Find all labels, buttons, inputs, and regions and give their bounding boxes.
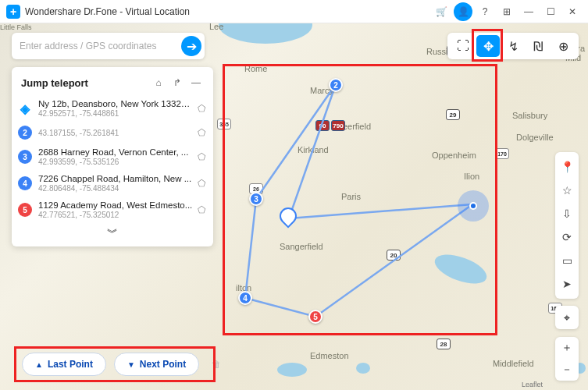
waypoint-3[interactable]: 3 [249,192,263,206]
search-box: ➔ [12,33,205,59]
route-item-name: 2688 Harney Road, Vernon Center, ... [38,147,194,157]
app-title: Wondershare Dr.Fone - Virtual Location [25,6,429,17]
feedback-icon[interactable]: ⊞ [497,2,516,21]
route-item[interactable]: 4 7226 Chappel Road, Hamilton, New ... 4… [12,170,213,197]
start-marker-icon[interactable] [276,204,300,228]
close-button[interactable]: ✕ [563,2,582,21]
search-input[interactable] [20,41,181,51]
panel-home-icon[interactable]: ⌂ [151,75,166,90]
favorite-toggle-icon[interactable]: ⬠ [198,178,205,189]
route-item-name: 1129 Academy Road, West Edmesto... [38,200,194,210]
app-icon: + [6,5,20,19]
route-item-coord: 42.952571, -75.448861 [38,109,194,118]
favorite-toggle-icon[interactable]: ⬠ [198,204,205,215]
road-shield-365: 365 [217,119,231,129]
city-label: Kirkland [298,145,329,154]
delete-route-icon[interactable]: 🗑 [212,359,221,370]
navigation-icon[interactable]: ➤ [557,274,577,294]
favorite-toggle-icon[interactable]: ⬠ [198,103,205,114]
route-item-name: Ny 12b, Deansboro, New York 13328, Un... [38,99,194,108]
route-item-name: 7226 Chappel Road, Hamilton, New ... [38,174,194,183]
city-label: Little Falls [0,23,32,31]
user-avatar-icon[interactable]: 👤 [454,2,472,21]
maximize-button[interactable]: ☐ [541,2,560,21]
waypoint-5[interactable]: 5 [308,310,323,324]
minimize-button[interactable]: — [519,2,538,21]
expand-list-button[interactable]: ︾ [12,223,213,240]
footer-buttons: ▲Last Point ▼Next Point 🗑 [22,353,221,376]
main-area: Lee Rome Russia Terra Mild Marcy Deerfie… [0,23,588,390]
city-label: Salisbury [512,111,547,120]
city-label: Ilion [464,172,479,181]
waypoint-4[interactable]: 4 [238,291,252,305]
city-label: Edmeston [310,351,349,360]
help-icon[interactable]: ? [476,2,494,21]
multi-stop-route-icon[interactable]: ₪ [526,35,550,57]
cart-icon[interactable]: 🛒 [432,2,451,21]
panel-collapse-icon[interactable]: — [188,75,204,90]
city-label: Rome [244,64,267,73]
teleport-panel: Jump teleport ⌂ ↱ — ◈ Ny 12b, Deansboro,… [12,67,213,246]
route-item[interactable]: 3 2688 Harney Road, Vernon Center, ... 4… [12,144,213,170]
locate-me-button[interactable]: ⌖ [555,306,579,329]
road-shield-28: 28 [437,339,451,349]
one-stop-route-icon[interactable]: ↯ [501,35,525,57]
panel-title: Jump teleport [21,77,148,89]
next-point-button[interactable]: ▼Next Point [114,353,199,376]
route-item[interactable]: 5 1129 Academy Road, West Edmesto... 42.… [12,197,213,223]
next-point-label: Next Point [140,359,186,370]
city-label: Sangerfield [280,242,323,251]
route-item[interactable]: ◈ Ny 12b, Deansboro, New York 13328, Un.… [12,95,213,122]
city-label: Lee [209,23,223,31]
favorite-icon[interactable]: ☆ [557,180,577,200]
waypoint-badge: 2 [18,126,32,140]
route-item-coord: 42.806484, -75.488434 [38,184,194,193]
history-icon[interactable]: ⟳ [557,227,577,247]
mode-toolbar: ⛶ ✥ ↯ ₪ ⊕ [447,33,579,59]
waypoint-badge: 3 [18,150,32,164]
waypoint-2[interactable]: 2 [329,78,343,92]
city-label: Dolgeville [516,133,554,142]
favorite-toggle-icon[interactable]: ⬠ [198,127,205,138]
zoom-in-button[interactable]: ＋ [556,337,578,359]
route-item[interactable]: 2 43.187155, -75.261841 ⬠ [12,122,213,144]
city-label: Oppenheim [432,151,476,160]
waypoint-badge: 4 [18,176,32,190]
zoom-out-button[interactable]: － [556,359,578,381]
device-icon[interactable]: ▭ [557,250,577,271]
teleport-mode-icon[interactable]: ✥ [476,35,500,57]
road-shield-i90: 90 [315,120,330,131]
search-go-button[interactable]: ➔ [181,36,201,56]
start-pin-icon: ◈ [18,101,32,115]
route-item-coord: 42.993599, -75.535126 [38,158,194,166]
city-label: Paris [341,192,361,201]
last-point-button[interactable]: ▲Last Point [22,353,106,376]
road-shield-20: 20 [387,250,401,261]
road-shield-i790: 790 [331,120,345,131]
waypoint-badge: 5 [18,203,32,217]
road-shield-29: 29 [446,109,460,120]
favorite-toggle-icon[interactable]: ⬠ [198,151,205,162]
fullscreen-icon[interactable]: ⛶ [451,35,475,57]
titlebar: + Wondershare Dr.Fone - Virtual Location… [0,0,588,23]
zoom-control: ＋ － [555,337,579,381]
google-map-icon[interactable]: 📍 [557,157,577,177]
route-item-coord: 43.187155, -75.261841 [38,129,194,137]
endpoint-marker[interactable] [458,190,489,222]
road-shield-170: 170 [495,148,509,159]
import-icon[interactable]: ⇩ [557,204,577,224]
panel-export-icon[interactable]: ↱ [169,75,185,90]
route-item-coord: 42.776521, -75.325012 [38,211,194,219]
city-label: Middlefield [493,359,534,368]
map-attribution: Leaflet [522,381,543,388]
last-point-label: Last Point [48,359,93,370]
side-toolbar: 📍 ☆ ⇩ ⟳ ▭ ➤ [555,152,579,299]
joystick-mode-icon[interactable]: ⊕ [551,35,575,57]
